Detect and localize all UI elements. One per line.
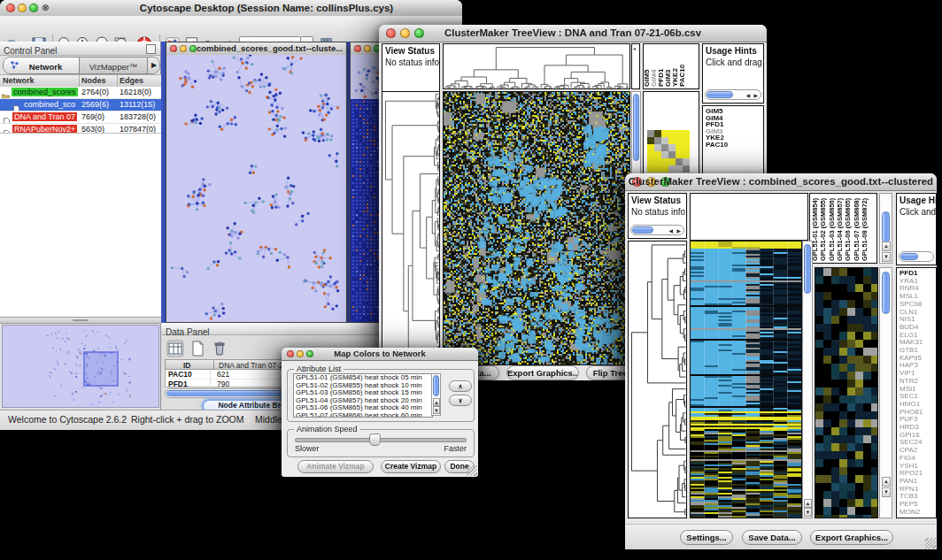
delete-attribute-icon[interactable] bbox=[211, 340, 228, 357]
data-panel-title: Data Panel bbox=[161, 326, 209, 338]
treeview-window-combined: ClusterMaker TreeView : combined_scores_… bbox=[625, 173, 937, 548]
slider-thumb[interactable] bbox=[369, 433, 381, 446]
main-titlebar[interactable]: ⊗ Cytoscape Desktop (Session Name: colli… bbox=[0, 0, 462, 17]
array-column-label: GPL51-03 (GSM856) bbox=[828, 198, 836, 261]
network-tree-row[interactable]: combined_scores2764(0)16218(0) bbox=[0, 87, 161, 99]
faster-label: Faster bbox=[444, 444, 467, 453]
array-column-label: GPL51-08 (GSM872) bbox=[861, 198, 869, 261]
data-row-id: PAC10 bbox=[168, 370, 192, 379]
dialog-titlebar[interactable]: Map Colors to Network bbox=[282, 348, 478, 361]
tv2-heatmap[interactable] bbox=[690, 241, 802, 518]
network-table-header[interactable]: Edges bbox=[120, 76, 143, 85]
network-edges-count: 183728(0) bbox=[120, 112, 156, 121]
tv1-column-dendrogram[interactable] bbox=[443, 43, 630, 89]
attribute-select-icon[interactable] bbox=[166, 340, 184, 357]
tv2-view-status-panel: View Status No status info ◀ ▶ bbox=[628, 193, 687, 239]
tab-overflow-button[interactable]: ▶ bbox=[147, 58, 160, 73]
tv2-column-labels: GPL51-01 (GSM854)GPL51-02 (GSM855)GPL51-… bbox=[809, 193, 877, 264]
network-tab-icon bbox=[10, 60, 19, 70]
tv2-hints-scrollbar[interactable] bbox=[899, 251, 934, 262]
network-tree-row[interactable]: DNA and Tran 07769(0)183728(0) bbox=[0, 111, 161, 124]
network-edges-count: 13112(15) bbox=[120, 100, 155, 109]
tv1-heatmap[interactable] bbox=[443, 91, 630, 365]
network-name[interactable]: combined_scores bbox=[12, 88, 78, 96]
resize-grip[interactable] bbox=[925, 538, 936, 548]
attribute-list-scrollbar[interactable]: ▲ ▼ bbox=[431, 373, 441, 416]
tv1-view-status-text: No status info f bbox=[382, 56, 439, 67]
tv2-usage-hints-panel: Usage Hi Click and bbox=[896, 193, 937, 265]
tv2-zoom-heatmap[interactable] bbox=[815, 267, 878, 518]
tab-network[interactable]: Network bbox=[4, 58, 80, 73]
move-up-button[interactable]: ∧ bbox=[449, 380, 472, 392]
network-view-frame[interactable]: combined_scores_good.txt--cluste... bbox=[166, 42, 347, 323]
cluster-row-label[interactable]: PAC10 bbox=[706, 142, 763, 149]
network-view-title: combined_scores_good.txt--cluste... bbox=[166, 42, 346, 55]
data-row-value: 621 bbox=[217, 370, 229, 379]
float-panel-icon[interactable] bbox=[146, 44, 156, 54]
network-name[interactable]: DNA and Tran 07 bbox=[12, 112, 77, 121]
network-table-header[interactable]: Nodes bbox=[81, 76, 106, 85]
tv2-row-dendrogram[interactable] bbox=[628, 241, 687, 518]
close-icon[interactable] bbox=[354, 45, 361, 52]
network-nodes-count: 2764(0) bbox=[81, 88, 109, 96]
data-row-value: 790 bbox=[217, 380, 229, 388]
tv2-zoom-vscrollbar[interactable]: ▲ ▼ bbox=[879, 267, 892, 518]
tv2-column-labels-scrollbar[interactable]: ▲ ▼ bbox=[879, 193, 892, 264]
tab-vizmapper-label: VizMapper™ bbox=[89, 62, 138, 72]
create-vizmap-button[interactable]: Create Vizmap bbox=[381, 460, 441, 473]
gene-label[interactable]: MON2 bbox=[900, 509, 936, 517]
animation-speed-slider[interactable] bbox=[295, 438, 467, 442]
control-panel: Control Panel Network VizMapper™ ▶ Netwo… bbox=[0, 42, 161, 410]
tv2-title: ClusterMaker TreeView : combined_scores_… bbox=[625, 173, 937, 190]
tv2-titlebar[interactable]: ClusterMaker TreeView : combined_scores_… bbox=[625, 173, 937, 191]
export-graphics-button[interactable]: Export Graphics... bbox=[810, 530, 893, 545]
network-table-header[interactable]: Network bbox=[3, 76, 35, 85]
resize-grip[interactable] bbox=[467, 465, 477, 476]
animation-speed-group: Animation Speed Slower Faster bbox=[287, 429, 475, 457]
move-down-button[interactable]: ∨ bbox=[449, 395, 472, 406]
attribute-list[interactable]: GPL51-01 (GSM854) heat shock 05 minGPL51… bbox=[293, 373, 433, 418]
map-colors-dialog: Map Colors to Network Attribute List GPL… bbox=[282, 348, 478, 477]
tv1-usage-hints-title: Usage Hints bbox=[703, 44, 763, 56]
tv2-heatmap-vscrollbar[interactable]: ▲ ▼ bbox=[802, 241, 813, 518]
new-attribute-icon[interactable] bbox=[189, 340, 206, 357]
tv1-usage-hints-text: Click and drag to bbox=[703, 56, 763, 67]
folder-icon bbox=[2, 88, 10, 96]
tab-network-label: Network bbox=[29, 62, 62, 72]
tv1-cluster-column-labels: GIM5GIM4PFD1GIM3YKE2PAC10 bbox=[643, 43, 699, 89]
tv2-gene-label-list[interactable]: PFD1YRA1RNR4MSL1SPC98CLN1NIS1BUD4ELG1MAK… bbox=[896, 267, 937, 518]
network-tree-row[interactable]: combined_sco2569(6)13112(15) bbox=[0, 99, 161, 111]
tv1-titlebar[interactable]: ClusterMaker TreeView : DNA and Tran 07-… bbox=[379, 25, 767, 42]
doc-icon bbox=[3, 113, 11, 121]
attribute-list-item[interactable]: GPL51-07 (GSM868) heat shock 60 min bbox=[294, 412, 432, 418]
tv2-usage-hints-title: Usage Hi bbox=[897, 194, 936, 205]
minimize-icon[interactable] bbox=[364, 45, 371, 52]
animation-speed-label: Animation Speed bbox=[294, 425, 360, 433]
array-column-label: GPL51-06 (GSM865) bbox=[844, 198, 852, 261]
tv1-row-dendrogram[interactable] bbox=[382, 91, 440, 365]
panel-splitter[interactable] bbox=[0, 317, 161, 324]
tv2-status-scrollbar[interactable]: ◀ ▶ bbox=[630, 225, 684, 235]
tab-vizmapper[interactable]: VizMapper™ bbox=[80, 58, 147, 73]
status-hint-zoom: Right-click + drag to ZOOM bbox=[131, 414, 244, 425]
tv2-usage-hints-text: Click and bbox=[897, 205, 936, 217]
network-overview-panel[interactable] bbox=[2, 325, 159, 408]
settings-button[interactable]: Settings... bbox=[680, 530, 733, 545]
tv1-hints-scrollbar[interactable]: ◀ ▶ bbox=[705, 89, 761, 100]
tv1-column-strip[interactable]: ◂ bbox=[631, 43, 640, 89]
tv2-column-dendrogram[interactable] bbox=[690, 193, 808, 241]
network-name[interactable]: combined_sco bbox=[22, 100, 77, 109]
tv2-view-status-text: No status info bbox=[629, 205, 686, 217]
status-welcome: Welcome to Cytoscape 2.6.2 bbox=[8, 414, 127, 425]
animate-vizmap-button[interactable]: Animate Vizmap bbox=[297, 460, 374, 473]
slower-label: Slower bbox=[295, 444, 320, 453]
save-data-button[interactable]: Save Data... bbox=[742, 530, 802, 545]
desktop: ⊗ Cytoscape Desktop (Session Name: colli… bbox=[0, 0, 942, 560]
array-column-label: GPL51-07 (GSM868) bbox=[853, 198, 861, 261]
tv1-usage-hints-panel: Usage Hints Click and drag to ◀ ▶ bbox=[702, 43, 764, 104]
export-graphics-button[interactable]: Export Graphics... bbox=[506, 365, 579, 380]
cluster-column-label: PAC10 bbox=[678, 65, 686, 87]
network-nodes-count: 2569(6) bbox=[81, 100, 109, 109]
array-column-label: GPL51-02 (GSM855) bbox=[819, 198, 827, 261]
data-table-header-id[interactable]: ID bbox=[183, 361, 191, 370]
